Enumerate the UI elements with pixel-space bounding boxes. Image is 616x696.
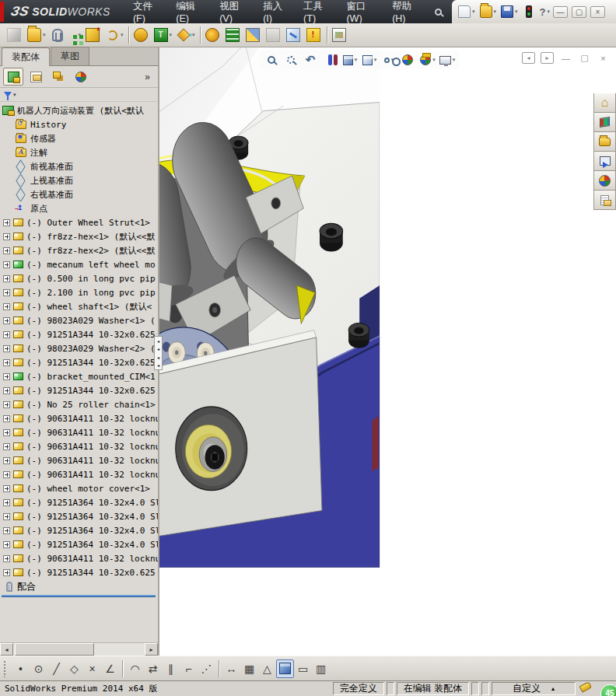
doc-restore-button[interactable]: ▢ [578, 52, 591, 64]
split-table-button[interactable]: ▥ [312, 659, 330, 678]
save-button[interactable]: ▾ [499, 2, 520, 21]
tree-part-row[interactable]: (-) 91251A364 10-32x4.0 Sl [0, 523, 158, 537]
badge-count[interactable]: 45 [600, 684, 616, 696]
mate-button[interactable] [48, 25, 68, 45]
tree-part-row[interactable]: (-) 90631A411 10-32 locknu [0, 453, 158, 467]
tree-part-row[interactable]: (-) wheel motor cover<1> [0, 481, 158, 495]
shaded-view-button[interactable] [276, 659, 294, 678]
smart-fasteners-button[interactable] [83, 25, 103, 45]
tree-part-row[interactable]: (-) 91251A344 10-32x0.625 [0, 355, 158, 369]
expander-icon[interactable] [3, 275, 10, 282]
panel-splitter-handle[interactable]: ◂◂◂◂ [154, 336, 163, 370]
exploded-view-button[interactable] [243, 25, 264, 45]
collapse-left-button[interactable]: ◂ [522, 52, 535, 64]
hub[interactable] [176, 407, 247, 491]
menu-window[interactable]: 窗口(W) [338, 0, 383, 23]
edit-appearance-button[interactable] [399, 51, 418, 68]
tree-front-plane[interactable]: 前视基准面 [0, 159, 158, 173]
expander-icon[interactable] [3, 471, 10, 478]
tab-assembly[interactable]: 装配体 [2, 47, 50, 66]
tree-part-row[interactable]: (-) 91251A364 10-32x4.0 Sl [0, 495, 158, 509]
search-icon[interactable] [431, 4, 446, 19]
tree-right-plane[interactable]: 右视基准面 [0, 187, 158, 201]
minimize-button[interactable]: — [553, 6, 568, 18]
scroll-left-button[interactable]: ◂ [0, 643, 13, 656]
menu-tools[interactable]: 工具(T) [295, 0, 338, 23]
edit-component-button[interactable] [5, 25, 25, 45]
tree-part-row[interactable]: (-) bracket_mounted_CIM<1 [0, 369, 158, 383]
scroll-right-button[interactable]: ▸ [145, 643, 158, 656]
center-snap-button[interactable]: ⊙ [30, 659, 47, 678]
point-snap-button[interactable]: • [12, 659, 30, 678]
expander-icon[interactable] [3, 289, 10, 296]
menu-view[interactable]: 视图(V) [211, 0, 254, 23]
zoom-to-fit-button[interactable] [263, 51, 282, 68]
expander-icon[interactable] [3, 359, 10, 366]
expander-icon[interactable] [3, 415, 10, 422]
expander-icon[interactable] [3, 233, 10, 240]
tree-part-row[interactable]: (-) No 25 roller chain<1> [0, 397, 158, 411]
custom-properties-button[interactable] [593, 191, 616, 210]
expander-icon[interactable] [3, 303, 10, 310]
doc-minimize-button[interactable]: — [559, 52, 572, 64]
configuration-manager-tab-button[interactable] [48, 68, 68, 86]
tree-part-row[interactable]: (-) 91251A344 10-32x0.625 [0, 383, 158, 397]
appearances-scenes-button[interactable] [593, 171, 616, 191]
expander-icon[interactable] [3, 247, 10, 254]
expander-icon[interactable] [3, 499, 10, 506]
expander-icon[interactable] [3, 401, 10, 408]
property-manager-tab-button[interactable] [26, 68, 46, 86]
custom-status[interactable]: 自定义 ▴ [492, 682, 576, 695]
expander-icon[interactable] [3, 261, 10, 268]
reference-geometry-button[interactable]: ▾ [174, 25, 198, 45]
zoom-to-area-button[interactable] [282, 51, 301, 68]
file-explorer-button[interactable] [593, 132, 616, 152]
parallel-snap-button[interactable]: ∥ [162, 659, 180, 678]
instant3d-button[interactable] [330, 25, 350, 45]
expander-icon[interactable] [3, 569, 10, 576]
scrollbar-thumb[interactable] [15, 643, 94, 656]
tree-part-row[interactable]: (-) 91251A344 10-32x0.625 [0, 565, 158, 579]
grid-snap-button[interactable]: ▦ [240, 659, 258, 678]
menu-edit[interactable]: 编辑(E) [167, 0, 211, 23]
view-orientation-button[interactable]: ▾ [341, 51, 359, 68]
angular-snap-button[interactable]: △ [258, 659, 276, 678]
line-snap-button[interactable]: ╱ [47, 659, 65, 678]
tree-annotations[interactable]: 注解 [0, 145, 158, 159]
reverse-snap-button[interactable]: ⇄ [144, 659, 162, 678]
previous-view-button[interactable] [302, 51, 320, 68]
new-motion-study-button[interactable] [203, 25, 223, 45]
tree-part-row[interactable]: (-) 91251A364 10-32x4.0 Sl [0, 537, 158, 551]
view-palette-button[interactable] [593, 152, 616, 171]
tree-part-row[interactable]: (-) 0.500 in long pvc pip [0, 271, 158, 285]
tree-part-row[interactable]: (-) mecanum left wheel mo [0, 257, 158, 271]
tree-part-row[interactable]: (-) 98023A029 Washer<2> ( [0, 341, 158, 355]
menu-insert[interactable]: 插入(I) [254, 0, 295, 23]
hex-nut[interactable] [320, 223, 343, 251]
display-style-button[interactable]: ▾ [360, 51, 379, 68]
expander-icon[interactable] [3, 219, 10, 226]
3d-viewport[interactable]: X Z Y ▾▾▾▾▾ ◂ ▸ — ▢ × [159, 47, 616, 656]
expander-icon[interactable] [3, 373, 10, 380]
move-component-button[interactable] [131, 25, 152, 45]
design-library-button[interactable] [593, 113, 616, 132]
tree-part-row[interactable]: (-) Outer Wheel Strut<1> [0, 215, 158, 229]
tree-part-row[interactable]: (-) 90631A411 10-32 locknu [0, 551, 158, 565]
tangent-snap-button[interactable]: ◠ [126, 659, 144, 678]
tab-sketch[interactable]: 草图 [51, 47, 89, 65]
new-document-button[interactable]: ▾ [457, 2, 477, 21]
rollback-bar[interactable] [2, 595, 156, 597]
help-button[interactable]: ?▾ [538, 2, 551, 21]
hex-nut[interactable] [348, 323, 369, 348]
feature-tree-tab-button[interactable] [3, 68, 23, 86]
rebuild-status-button[interactable] [521, 2, 537, 21]
spline-snap-button[interactable]: ⋰ [198, 659, 215, 678]
intersection-snap-button[interactable]: × [83, 659, 101, 678]
expander-icon[interactable] [3, 443, 10, 450]
expander-icon[interactable] [3, 457, 10, 464]
tree-sensors[interactable]: 传感器 [0, 131, 158, 145]
expander-icon[interactable] [3, 429, 10, 436]
expander-icon[interactable] [3, 513, 10, 520]
tree-history[interactable]: History [0, 117, 158, 131]
interference-detection-button[interactable] [284, 25, 304, 45]
